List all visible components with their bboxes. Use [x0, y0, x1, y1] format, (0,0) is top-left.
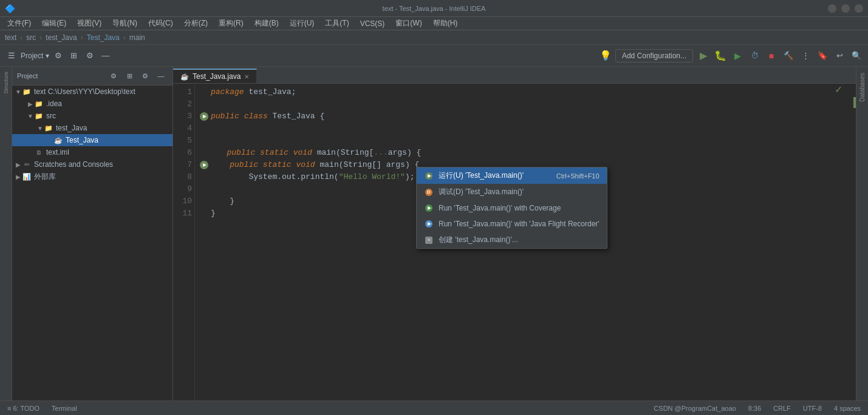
context-menu-debug[interactable]: D 调试(D) 'Test_Java.main()'	[417, 184, 607, 200]
menu-vcs[interactable]: VCS(S)	[355, 18, 390, 29]
code-line-3: public class Test_Java {	[200, 110, 851, 123]
right-panel: Databases	[856, 67, 868, 400]
tree-project-root[interactable]: ▼ 📁 text C:\Users\YYY\Desktop\text	[12, 86, 173, 98]
line-ending[interactable]: CRLF	[771, 405, 793, 412]
tree-scratches[interactable]: ▶ ✏ Scratches and Consoles	[12, 158, 173, 170]
tree-testjava-class[interactable]: ☕ Test_Java	[12, 134, 173, 146]
tree-testjava-folder[interactable]: ▼ 📁 test_Java	[12, 122, 173, 134]
tree-idea-label: .idea	[46, 100, 62, 108]
nav-class[interactable]: Test_Java	[87, 33, 120, 42]
extlibs-icon: 📊	[22, 172, 32, 182]
stop-button[interactable]: ■	[765, 49, 778, 62]
line-num-6: 6	[173, 147, 192, 159]
gutter-highlight-bar	[853, 97, 856, 108]
options-icon[interactable]: ⚙	[138, 69, 152, 83]
ellipsis: ...	[374, 147, 388, 159]
status-bar-left: ≡ 6: TODO Terminal	[5, 405, 80, 412]
title-left: 🔷	[5, 4, 15, 13]
create-context-icon: +	[424, 235, 434, 245]
java-class-icon: ☕	[53, 135, 63, 145]
gear-icon[interactable]: ⚙	[83, 49, 97, 62]
tab-close-icon[interactable]: ✕	[244, 73, 249, 80]
coverage-context-icon	[424, 203, 434, 213]
menu-view[interactable]: 视图(V)	[72, 17, 106, 30]
context-menu-coverage[interactable]: Run 'Test_Java.main()' with Coverage	[417, 200, 607, 216]
settings-gear-icon[interactable]: ⚙	[107, 69, 120, 83]
layout-icon[interactable]: ⊞	[123, 69, 136, 83]
encoding[interactable]: UTF-8	[801, 405, 824, 412]
intellij-logo: 💡	[600, 50, 612, 61]
line-num-2: 2	[173, 98, 192, 110]
nav-sep-1: ›	[20, 33, 22, 42]
maximize-button[interactable]: ❐	[841, 4, 850, 13]
more-actions-icon[interactable]: ⋮	[799, 49, 812, 62]
editor-tabs: ☕ Test_Java.java ✕	[173, 67, 856, 84]
run-gutter-main-icon[interactable]	[200, 161, 208, 169]
search-everywhere-icon[interactable]: 🔍	[850, 49, 863, 62]
debug-button[interactable]: 🐛	[714, 49, 727, 62]
inspection-ok-icon: ✓	[835, 84, 842, 95]
minimize-button[interactable]: —	[828, 4, 836, 13]
build-button[interactable]: 🔨	[782, 49, 795, 62]
tree-textiml[interactable]: 🗎 text.iml	[12, 146, 173, 158]
minimize-panel-icon[interactable]: —	[154, 69, 168, 83]
line-num-7: 7	[173, 159, 192, 171]
editor-tab-testjava[interactable]: ☕ Test_Java.java ✕	[173, 69, 257, 83]
add-configuration-button[interactable]: Add Configuration...	[615, 49, 693, 62]
databases-tab[interactable]: Databases	[859, 69, 866, 106]
line-num-11: 11	[173, 208, 192, 220]
nav-main[interactable]: main	[129, 33, 145, 42]
kw-class: class	[244, 110, 268, 123]
iml-file-icon: 🗎	[34, 147, 44, 157]
menu-edit[interactable]: 编辑(E)	[37, 17, 71, 30]
structure-icon[interactable]: ⊞	[67, 49, 81, 62]
settings-icon[interactable]: ⚙	[52, 49, 65, 62]
menu-analyze[interactable]: 分析(Z)	[179, 17, 213, 30]
menu-code[interactable]: 代码(C)	[143, 17, 178, 30]
close-button[interactable]: ✕	[855, 4, 863, 13]
nav-src[interactable]: src	[26, 33, 36, 42]
context-menu-create[interactable]: + 创建 'test_Java.main()'...	[417, 232, 607, 248]
profile-button[interactable]: ⏱	[748, 49, 761, 62]
editor-area: ☕ Test_Java.java ✕ ✓ 1 2 3 4 5 6 7 8 9 1…	[173, 67, 856, 400]
menu-help[interactable]: 帮助(H)	[428, 17, 463, 30]
nav-test-java[interactable]: test_Java	[46, 33, 77, 42]
menu-build[interactable]: 构建(B)	[250, 17, 284, 30]
bookmark-icon[interactable]: 🔖	[816, 49, 829, 62]
menu-file[interactable]: 文件(F)	[2, 17, 36, 30]
coverage-button[interactable]: ▶	[731, 49, 744, 62]
indent-setting[interactable]: 4 spaces	[832, 405, 863, 412]
tree-extlibs-label: 外部库	[34, 172, 56, 182]
menu-window[interactable]: 窗口(W)	[391, 17, 426, 30]
window-controls: — ❐ ✕	[828, 4, 863, 13]
run-gutter-icon[interactable]	[200, 112, 208, 121]
tree-idea-folder[interactable]: ▶ 📁 .idea	[12, 98, 173, 110]
context-menu-flight[interactable]: Run 'Test_Java.main()' with 'Java Flight…	[417, 216, 607, 232]
nav-text[interactable]: text	[5, 33, 16, 42]
toolbar: ☰ Project ▾ ⚙ ⊞ ⚙ — 💡 Add Configuration.…	[0, 45, 868, 67]
main-layout: Structure Project ⚙ ⊞ ⚙ — ▼ 📁 text C:\Us…	[0, 67, 868, 400]
project-toggle-button[interactable]: ☰	[5, 49, 18, 62]
context-menu-run[interactable]: 运行(U) 'Test_Java.main()' Ctrl+Shift+F10	[417, 167, 607, 184]
nav-sep-2: ›	[39, 33, 42, 42]
structure-tab[interactable]: Structure	[2, 69, 10, 96]
sidebar-header-icons: ⚙ ⊞ ⚙ —	[107, 69, 168, 83]
ctx-coverage-label: Run 'Test_Java.main()' with Coverage	[439, 204, 561, 212]
tree-extlibs[interactable]: ▶ 📊 外部库	[12, 170, 173, 183]
code-package-name: test_Java;	[248, 86, 296, 98]
menu-refactor[interactable]: 重构(R)	[214, 17, 248, 30]
collapse-icon[interactable]: —	[99, 49, 112, 62]
left-panel: Structure	[0, 67, 12, 400]
expand-arrow-src: ▼	[27, 113, 34, 120]
menu-run[interactable]: 运行(U)	[285, 17, 320, 30]
run-button[interactable]: ▶	[697, 49, 710, 62]
terminal-button[interactable]: Terminal	[49, 405, 80, 412]
restore-icon[interactable]: ↩	[833, 49, 846, 62]
line-num-8: 8	[173, 171, 192, 183]
menu-navigate[interactable]: 导航(N)	[108, 17, 142, 30]
tree-src-folder[interactable]: ▼ 📁 src	[12, 110, 173, 122]
menu-tools[interactable]: 工具(T)	[320, 17, 354, 30]
cursor-position[interactable]: 8:36	[746, 405, 764, 412]
todo-button[interactable]: ≡ 6: TODO	[5, 405, 42, 412]
breadcrumb: text › src › test_Java › Test_Java › mai…	[0, 30, 868, 45]
